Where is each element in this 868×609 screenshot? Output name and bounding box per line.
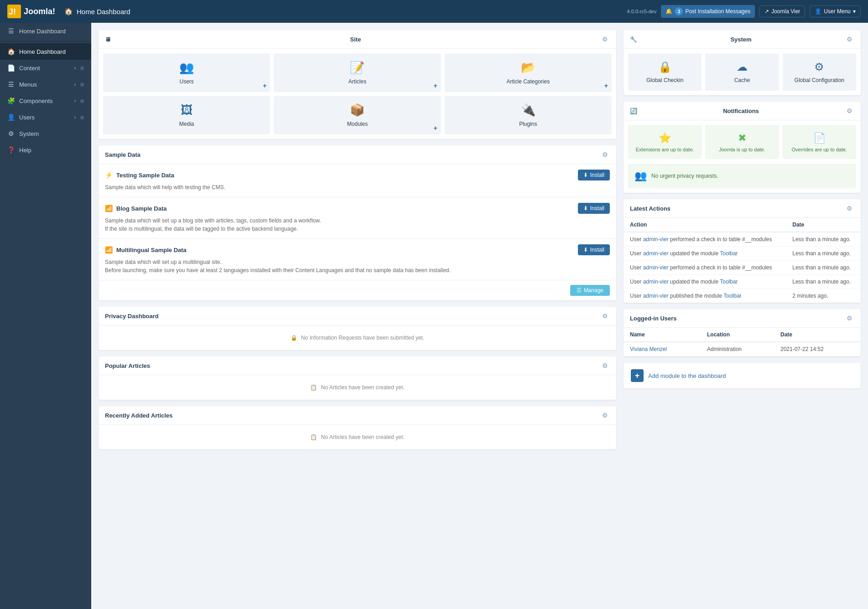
download-icon-1: ⬇ xyxy=(583,172,588,178)
add-module-button[interactable]: + Add module to the dashboard xyxy=(624,363,861,388)
sample-testing-header: ⚡ Testing Sample Data ⬇ Install xyxy=(105,170,610,181)
global-config-icon: ⚙ xyxy=(814,61,824,73)
notifications-button[interactable]: 🔔 3 Post Installation Messages xyxy=(661,5,755,18)
sidebar-item-home-dashboard[interactable]: 🏠 Home Dashboard xyxy=(0,43,91,60)
right-column: 🔧 System ⚙ 🔒 Global Checkin ☁ Cache ⚙ xyxy=(624,30,861,602)
shortcut-media[interactable]: 🖼 Media xyxy=(103,96,270,134)
notifications-card-gear[interactable]: ⚙ xyxy=(845,106,854,115)
bolt-icon: ⚡ xyxy=(105,171,113,179)
table-row: User admin-vier published the module Too… xyxy=(624,289,861,303)
overrides-notif-text: Overrides are up to date. xyxy=(791,147,847,152)
toolbar-link-2[interactable]: Toolbar xyxy=(720,279,738,285)
site-card-gear[interactable]: ⚙ xyxy=(600,35,610,44)
actions-table: Action Date User admin-vier performed a … xyxy=(624,218,861,303)
user-menu-button[interactable]: 👤 User Menu ▾ xyxy=(810,5,861,17)
joomla-notif-icon: ✖ xyxy=(738,132,746,144)
table-row: User admin-vier performed a check in to … xyxy=(624,261,861,275)
cache-icon: ☁ xyxy=(737,61,748,73)
plugins-label: Plugins xyxy=(519,121,537,127)
navbar-right: 4.0.0-rc5-dev 🔔 3 Post Installation Mess… xyxy=(627,5,861,18)
sys-global-config[interactable]: ⚙ Global Configuration xyxy=(783,53,856,91)
admin-vier-link-3[interactable]: admin-vier xyxy=(643,264,669,271)
latest-actions-gear[interactable]: ⚙ xyxy=(845,204,854,213)
joomla-logo[interactable]: J! Joomla! xyxy=(7,5,55,18)
sample-blog: 📶 Blog Sample Data ⬇ Install Sample data… xyxy=(99,197,616,239)
actions-col-action: Action xyxy=(624,218,786,232)
admin-vier-link-5[interactable]: admin-vier xyxy=(643,293,669,299)
joomla-vier-button[interactable]: ↗ Joomla Vier xyxy=(759,5,805,17)
help-icon: ❓ xyxy=(7,146,15,154)
svg-text:J!: J! xyxy=(9,7,16,16)
content-icon: 📄 xyxy=(7,64,15,72)
admin-vier-link-2[interactable]: admin-vier xyxy=(643,250,669,257)
wifi-icon-2: 📶 xyxy=(105,246,113,253)
wrench-icon: 🔧 xyxy=(630,36,637,43)
menus-label: Menus xyxy=(19,81,70,88)
sample-multilingual: 📶 Multilingual Sample Data ⬇ Install Sam… xyxy=(99,239,616,280)
modules-label: Modules xyxy=(347,121,368,127)
toolbar-link-1[interactable]: Toolbar xyxy=(720,250,738,257)
sidebar-item-components[interactable]: 🧩 Components › ⊞ xyxy=(0,93,91,109)
admin-vier-link-1[interactable]: admin-vier xyxy=(643,236,669,243)
list-icon: ☰ xyxy=(577,287,582,294)
notif-privacy: 👥 No urgent privacy requests. xyxy=(628,164,856,188)
users-arrow: › xyxy=(74,115,76,120)
manage-button[interactable]: ☰ Manage xyxy=(570,285,610,296)
popular-empty: 📋 No Articles have been created yet. xyxy=(99,375,616,400)
privacy-card-header: Privacy Dashboard ⚙ xyxy=(99,307,616,325)
navbar: J! Joomla! 🏠 Home Dashboard 4.0.0-rc5-de… xyxy=(0,0,868,23)
articles-add-icon[interactable]: + xyxy=(433,82,437,89)
privacy-card-gear[interactable]: ⚙ xyxy=(600,311,610,320)
system-sidebar-icon: ⚙ xyxy=(7,130,15,137)
content-arrow: › xyxy=(74,66,76,71)
shortcut-article-categories[interactable]: 📂 Article Categories + xyxy=(445,53,612,92)
checkin-icon: 🔒 xyxy=(658,61,672,73)
modules-add-icon[interactable]: + xyxy=(433,124,437,132)
popular-articles-gear[interactable]: ⚙ xyxy=(600,361,610,370)
system-card-gear[interactable]: ⚙ xyxy=(845,35,854,44)
sidebar-item-help[interactable]: ❓ Help xyxy=(0,142,91,158)
components-arrow: › xyxy=(74,98,76,103)
user-icon: 👤 xyxy=(815,8,821,15)
help-label: Help xyxy=(19,147,84,154)
shortcut-users[interactable]: 👥 Users + xyxy=(103,53,270,92)
install-testing-button[interactable]: ⬇ Install xyxy=(578,170,610,181)
toolbar-link-3[interactable]: Toolbar xyxy=(723,293,741,299)
users-col-name: Name xyxy=(624,328,701,342)
logged-in-gear[interactable]: ⚙ xyxy=(845,314,854,323)
sidebar-item-system[interactable]: ⚙ System xyxy=(0,125,91,142)
sample-data-gear[interactable]: ⚙ xyxy=(600,150,610,159)
admin-vier-link-4[interactable]: admin-vier xyxy=(643,279,669,285)
site-card-title: Site xyxy=(350,36,361,43)
sidebar-item-toggle-menu[interactable]: ☰ Home Dashboard xyxy=(0,23,91,39)
blog-desc: Sample data which will set up a blog sit… xyxy=(105,217,610,233)
recently-added-gear[interactable]: ⚙ xyxy=(600,411,610,420)
shortcut-modules[interactable]: 📦 Modules + xyxy=(274,96,441,134)
system-label: System xyxy=(19,130,84,137)
date-cell-4: Less than a minute ago. xyxy=(786,275,861,289)
lock-icon: 🔒 xyxy=(291,335,297,341)
sys-cache[interactable]: ☁ Cache xyxy=(705,53,779,91)
sidebar-item-users[interactable]: 👤 Users › ⊞ xyxy=(0,109,91,125)
sample-testing: ⚡ Testing Sample Data ⬇ Install Sample d… xyxy=(99,164,616,197)
logged-in-title: Logged-in Users xyxy=(630,315,677,322)
install-blog-button[interactable]: ⬇ Install xyxy=(578,203,610,214)
install-multilingual-button[interactable]: ⬇ Install xyxy=(578,244,610,255)
sys-global-checkin[interactable]: 🔒 Global Checkin xyxy=(628,53,702,91)
shortcut-articles[interactable]: 📝 Articles + xyxy=(274,53,441,92)
viviana-menzel-link[interactable]: Viviana Menzel xyxy=(630,346,667,352)
version-badge: 4.0.0-rc5-dev xyxy=(627,9,657,14)
recently-added-title: Recently Added Articles xyxy=(105,412,173,419)
system-card-header: 🔧 System ⚙ xyxy=(624,30,861,49)
logged-in-users-card: Logged-in Users ⚙ Name Location Date Viv… xyxy=(624,309,861,356)
users-add-icon[interactable]: + xyxy=(263,82,266,89)
sidebar-item-menus[interactable]: ☰ Menus › ⊞ xyxy=(0,76,91,93)
system-card-title: System xyxy=(730,36,751,43)
shortcut-plugins[interactable]: 🔌 Plugins xyxy=(445,96,612,134)
download-icon-2: ⬇ xyxy=(583,205,588,212)
table-row: User admin-vier updated the module Toolb… xyxy=(624,247,861,261)
article-categories-add-icon[interactable]: + xyxy=(604,82,608,89)
sidebar-item-content[interactable]: 📄 Content › ⊞ xyxy=(0,60,91,76)
sidebar: ☰ Home Dashboard 🏠 Home Dashboard 📄 Cont… xyxy=(0,23,91,609)
notifications-card-header: 🔄 Notifications ⚙ xyxy=(624,102,861,120)
